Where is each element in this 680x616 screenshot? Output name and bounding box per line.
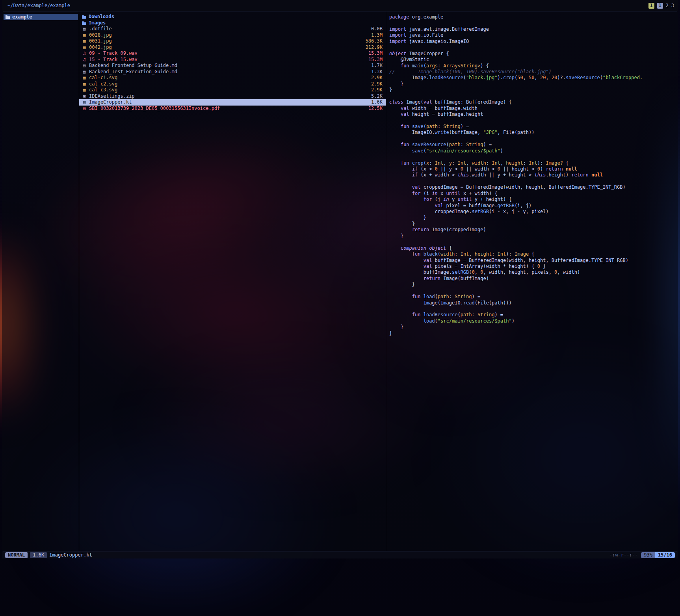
file-name: 09 - Track 09.wav: [89, 50, 137, 57]
code-line: object ImageCropper {: [389, 51, 677, 57]
file-size: 2.9K: [371, 87, 383, 93]
code-line: if (x + width > this.width || y + height…: [389, 172, 677, 178]
file-row[interactable]: Backend_Frontend_Setup_Guide.md1.7K: [79, 63, 386, 69]
code-line: load("src/main/resources/$path"): [389, 318, 677, 324]
code-line: [389, 45, 677, 50]
code-line: // Image.black(100, 100).saveResource("b…: [389, 69, 677, 75]
header-bar: ~/Data/example/example 1123: [2, 0, 678, 11]
file-row[interactable]: SBI_0032013739_2023_DE05_0003155631Invoi…: [79, 106, 386, 112]
archive-icon: [82, 93, 87, 100]
code-line: fun main(args: Array<String>) {: [389, 63, 677, 69]
code-line: }: [389, 87, 677, 93]
status-bar: NORMAL 1.6K ImageCropper.kt -rw-r--r-- 9…: [2, 551, 678, 558]
file-name: SBI_0032013739_2023_DE05_0003155631Invoi…: [89, 106, 220, 112]
file-row[interactable]: 09 - Track 09.wav15.3M: [79, 50, 386, 57]
code-line: fun saveResource(path: String) =: [389, 142, 677, 148]
file-row[interactable]: 0031.jpg586.3K: [79, 38, 386, 45]
file-row[interactable]: .dotfile0.0B: [79, 26, 386, 32]
file-size: 0.0B: [371, 26, 383, 32]
file-size-badge: 1.6K: [30, 552, 47, 558]
file-size: 1.3M: [371, 32, 383, 39]
code-line: save("src/main/resources/$path"): [389, 148, 677, 154]
parent-directory-pane: example: [3, 11, 79, 551]
file-name: Backend_Frontend_Setup_Guide.md: [89, 63, 177, 69]
file-name: Backend_Test_Execution_Guide.md: [89, 69, 177, 75]
image-icon: [82, 75, 87, 81]
file-size: 1.6K: [371, 99, 383, 106]
tab-bar: 1123: [648, 3, 674, 9]
file-row[interactable]: Backend_Test_Execution_Guide.md1.3K: [79, 69, 386, 75]
file-size: 12.5K: [368, 106, 383, 112]
file-name: IDEAsettings.zip: [89, 93, 135, 100]
file-row[interactable]: cal-c1.svg2.9K: [79, 75, 386, 81]
code-line: val buffImage = BufferedImage(width, hei…: [389, 258, 677, 263]
code-line: [389, 178, 677, 184]
folder-icon: [82, 15, 86, 19]
markdown-icon: [82, 69, 87, 75]
pane-container: example DownloadsImages.dotfile0.0B0028.…: [3, 11, 677, 551]
code-line: [389, 306, 677, 312]
file-row[interactable]: 15 - Track 15.wav15.3M: [79, 57, 386, 63]
code-line: return Image(croppedImage): [389, 227, 677, 233]
file-name: ImageCropper.kt: [89, 99, 132, 106]
code-line: }: [389, 215, 677, 221]
file-name: Images: [89, 20, 106, 26]
code-line: fun black(width: Int, height: Int): Imag…: [389, 251, 677, 257]
code-line: class Image(val buffImage: BufferedImage…: [389, 99, 677, 105]
code-line: [389, 20, 677, 26]
kotlin-icon: [82, 99, 87, 106]
tab-2[interactable]: 2: [666, 3, 669, 8]
code-line: [389, 93, 677, 99]
audio-icon: [82, 57, 87, 63]
code-line: fun load(path: String) =: [389, 294, 677, 300]
status-filename: ImageCropper.kt: [49, 552, 92, 558]
file-row[interactable]: Downloads: [79, 14, 386, 20]
file-size: 5.2K: [371, 93, 383, 100]
tab-3[interactable]: 3: [671, 3, 674, 8]
code-line: val pixels = IntArray(width * height) { …: [389, 263, 677, 269]
code-line: val croppedImage = BufferedImage(width, …: [389, 184, 677, 190]
file-name: 0042.jpg: [89, 45, 112, 51]
parent-dir-name: example: [12, 14, 32, 20]
code-line: for (j in y until y + height) {: [389, 197, 677, 202]
pdf-icon: [82, 106, 87, 112]
file-name: 0028.jpg: [89, 32, 112, 39]
code-line: }: [389, 282, 677, 288]
file-size: 15.3M: [368, 50, 383, 57]
tab-1[interactable]: 1: [657, 3, 663, 9]
file-row[interactable]: cal-c3.svg2.9K: [79, 87, 386, 93]
code-line: fun loadResource(path: String) =: [389, 312, 677, 318]
audio-icon: [82, 50, 87, 57]
code-line: val pixel = buffImage.getRGB(i, j): [389, 203, 677, 209]
file-row[interactable]: 0028.jpg1.3M: [79, 32, 386, 39]
file-size: 1.3K: [371, 69, 383, 75]
folder-icon: [82, 21, 86, 25]
code-line: if (x < 0 || y < 0 || width < 0 || heigh…: [389, 166, 677, 172]
file-row[interactable]: Images: [79, 20, 386, 26]
code-line: }: [389, 324, 677, 330]
code-line: [389, 239, 677, 245]
code-line: ImageIO.write(buffImage, "JPG", File(pat…: [389, 130, 677, 135]
parent-dir-item[interactable]: example: [4, 14, 78, 20]
image-icon: [82, 38, 87, 45]
status-right: -rw-r--r-- 93% 15/16: [609, 552, 675, 558]
terminal-window: ~/Data/example/example 1123 example Down…: [2, 0, 678, 558]
image-icon: [82, 32, 87, 39]
code-line: val width = buffImage.width: [389, 106, 677, 111]
tab-0[interactable]: 1: [648, 3, 654, 9]
file-row[interactable]: cal-c2.svg2.9K: [79, 81, 386, 87]
code-line: package org.example: [389, 14, 677, 20]
status-left: NORMAL 1.6K ImageCropper.kt: [5, 552, 92, 558]
breadcrumb-path: ~/Data/example/example: [6, 3, 70, 8]
code-line: Image(ImageIO.read(File(path))): [389, 300, 677, 306]
file-row[interactable]: 0042.jpg212.9K: [79, 45, 386, 51]
file-size: 2.9K: [371, 75, 383, 81]
code-line: import javax.imageio.ImageIO: [389, 39, 677, 45]
file-preview-pane: package org.example import java.awt.imag…: [386, 11, 677, 551]
file-row[interactable]: ImageCropper.kt1.6K: [79, 99, 386, 106]
code-line: fun save(path: String) =: [389, 124, 677, 130]
file-size: 1.7K: [371, 63, 383, 69]
file-row[interactable]: IDEAsettings.zip5.2K: [79, 93, 386, 100]
code-line: companion object {: [389, 245, 677, 251]
file-icon: [82, 26, 87, 32]
